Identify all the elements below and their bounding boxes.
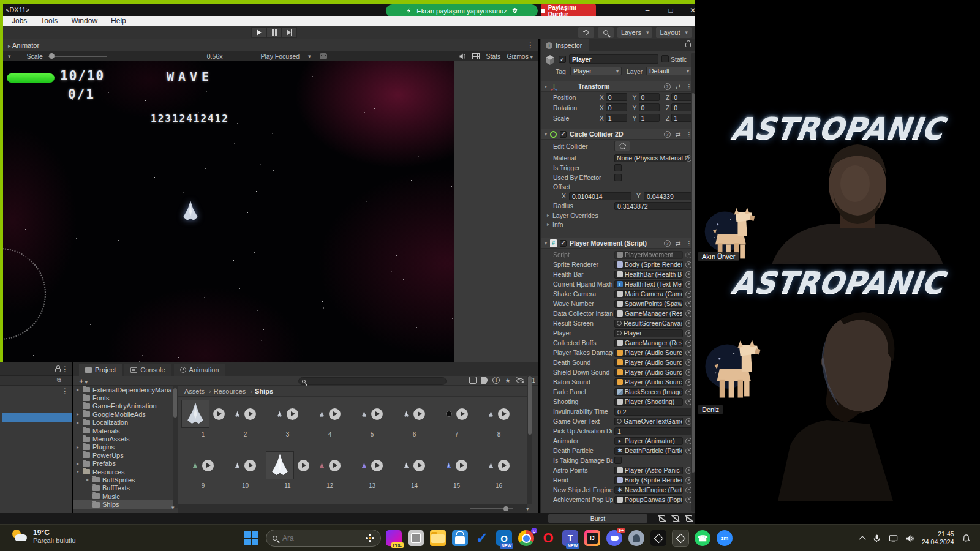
object-reference-field[interactable]: SpawnPoints (Spawner) — [614, 300, 683, 308]
project-folder[interactable]: Plugins — [73, 443, 173, 451]
edit-collider-button[interactable] — [614, 141, 630, 151]
play-audio-button[interactable] — [329, 408, 341, 420]
presets-icon[interactable]: ⇄ — [676, 239, 681, 247]
asset-thumbnail[interactable] — [235, 462, 240, 469]
asset-thumbnail[interactable] — [488, 462, 494, 469]
search-by-type-icon[interactable] — [469, 377, 477, 384]
search-button[interactable] — [598, 27, 614, 38]
foldout-icon[interactable] — [77, 420, 83, 425]
tag-dropdown[interactable]: Player — [570, 67, 622, 75]
asset-item[interactable]: 16 — [478, 449, 520, 501]
selected-list-item[interactable] — [2, 413, 72, 422]
asset-item[interactable]: 9 — [182, 449, 224, 501]
tab-animator[interactable]: Animator — [3, 42, 39, 49]
taskbar-app-store[interactable] — [452, 530, 468, 546]
play-audio-button[interactable] — [287, 408, 298, 420]
menu-item[interactable]: Tools — [40, 17, 58, 25]
weather-widget[interactable]: 19°C Parçalı bulutlu — [11, 528, 76, 544]
asset-thumbnail[interactable] — [488, 411, 494, 418]
muted-errors-icon[interactable] — [685, 514, 693, 523]
layers-dropdown[interactable]: Layers — [617, 27, 653, 38]
play-audio-button[interactable] — [202, 460, 214, 471]
z-field[interactable]: 0 — [671, 93, 693, 101]
inspector-lock-icon[interactable] — [685, 43, 691, 47]
object-reference-field[interactable]: HealthText (Text Mesh Pr — [614, 280, 683, 288]
y-field[interactable]: 1 — [639, 114, 660, 122]
y-field[interactable]: 0 — [639, 103, 660, 111]
burst-status[interactable]: Burst — [548, 514, 647, 523]
active-checkbox[interactable]: ✓ — [559, 56, 566, 63]
step-button[interactable] — [282, 27, 297, 38]
asset-thumbnail[interactable] — [446, 462, 451, 469]
asset-thumbnail[interactable] — [266, 452, 293, 479]
panel-tab[interactable]: Project — [79, 364, 122, 376]
scale-slider[interactable] — [48, 56, 107, 57]
play-audio-button[interactable] — [244, 460, 256, 471]
project-folder[interactable]: Materials — [73, 427, 173, 435]
asset-thumbnail[interactable] — [182, 400, 209, 427]
object-reference-field[interactable]: PopupCanvas (Popup Ma — [614, 496, 683, 504]
foldout-icon[interactable] — [77, 411, 83, 417]
tab-inspector[interactable]: i Inspector — [541, 39, 589, 51]
object-reference-field[interactable]: GameManager (Result Sc — [614, 339, 683, 347]
panel-tab[interactable]: Animation — [174, 364, 225, 376]
enabled-checkbox[interactable]: ✓ — [560, 240, 567, 247]
taskbar-app-postgresql[interactable] — [628, 530, 644, 546]
asset-item[interactable]: 10 — [224, 449, 266, 501]
hidden-items-icon[interactable] — [516, 377, 524, 384]
minimize-button[interactable]: – — [643, 7, 652, 15]
maximize-button[interactable]: □ — [666, 7, 676, 15]
maximize-panel-icon[interactable]: ⧉ — [57, 377, 61, 384]
z-field[interactable]: 1 — [671, 114, 693, 122]
play-audio-button[interactable] — [498, 460, 510, 471]
taskbar-app-opera[interactable]: O — [540, 530, 556, 546]
asset-item[interactable]: 3 — [266, 398, 309, 449]
foldout-icon[interactable] — [86, 477, 92, 482]
debug-icon[interactable] — [320, 53, 327, 59]
asset-thumbnail[interactable] — [361, 411, 367, 418]
muted-compiler-icon[interactable] — [658, 514, 666, 523]
asset-thumbnail[interactable] — [277, 411, 282, 418]
foldout-icon[interactable]: ▾ — [545, 241, 547, 246]
network-display-icon[interactable] — [889, 534, 898, 543]
taskbar-app-picsart[interactable]: PRE — [386, 530, 402, 546]
project-folder[interactable]: Resources — [73, 468, 173, 476]
tray-clock[interactable]: 21:45 24.04.2024 — [922, 530, 954, 546]
object-reference-field[interactable]: BlackScreen (Image) — [614, 388, 683, 396]
asset-thumbnail[interactable] — [319, 462, 325, 469]
object-reference-field[interactable]: Body (Sprite Renderer) — [614, 261, 683, 269]
tree-scrollbar[interactable] — [173, 386, 178, 508]
taskbar-app-outlook[interactable]: O NEW — [496, 530, 512, 546]
radius-field[interactable]: 0.3143872 — [614, 202, 692, 210]
menu-item[interactable]: Help — [111, 17, 126, 25]
asset-item[interactable]: 8 — [478, 398, 520, 449]
project-folder[interactable]: BuffSprites — [73, 476, 173, 484]
transform-header[interactable]: ▾ Transform ?⇄⋮ — [541, 81, 696, 92]
display-dropdown-icon[interactable]: ▾ — [8, 53, 11, 59]
asset-thumbnail[interactable] — [446, 411, 452, 417]
play-audio-button[interactable] — [371, 408, 383, 420]
thumbnail-zoom-slider[interactable] — [470, 508, 513, 509]
play-audio-button[interactable] — [413, 408, 425, 420]
x-field[interactable]: 1 — [606, 114, 627, 122]
asset-thumbnail[interactable] — [235, 411, 240, 418]
pause-button[interactable] — [266, 27, 282, 38]
x-field[interactable]: 0 — [606, 103, 627, 111]
undo-history-button[interactable] — [578, 27, 594, 38]
static-checkbox[interactable] — [662, 55, 669, 62]
microphone-icon[interactable] — [872, 534, 881, 543]
play-audio-button[interactable] — [498, 408, 510, 420]
collider-header[interactable]: ▾ ✓ Circle Collider 2D ?⇄⋮ — [541, 129, 696, 140]
gizmos-dropdown[interactable]: Gizmos — [507, 53, 533, 60]
foldout-icon[interactable]: ▾ — [545, 84, 547, 89]
asset-item[interactable]: 6 — [393, 398, 435, 449]
play-audio-button[interactable] — [456, 460, 467, 471]
offset-y-field[interactable]: 0.044339 — [644, 192, 692, 200]
play-audio-button[interactable] — [244, 408, 256, 420]
taskbar-search-input[interactable] — [282, 534, 356, 542]
enabled-checkbox[interactable]: ✓ — [560, 131, 567, 138]
info-foldout[interactable]: Info — [541, 220, 696, 229]
project-search-box[interactable] — [298, 377, 447, 385]
is-trigger-checkbox[interactable] — [614, 164, 622, 171]
foldout-icon[interactable]: ▾ — [545, 132, 547, 137]
